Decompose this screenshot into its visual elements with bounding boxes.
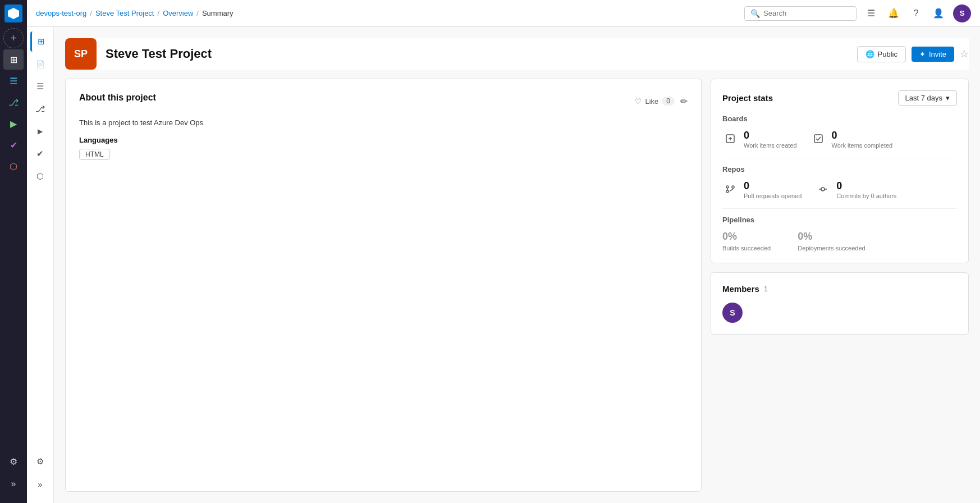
deployments-stat: 0% Deployments succeeded <box>798 231 865 252</box>
project-name: Steve Test Project <box>106 47 212 61</box>
like-count: 0 <box>662 97 675 106</box>
people-icon[interactable]: 👤 <box>931 6 946 21</box>
breadcrumb: devops-test-org / Steve Test Project / O… <box>36 9 740 17</box>
language-tag-html: HTML <box>79 149 110 160</box>
stats-card-title: Project stats <box>722 93 773 103</box>
rail-item-overview[interactable]: ⊞ <box>3 49 24 70</box>
pull-requests-stat: 0 Pull requests opened <box>722 180 802 199</box>
deployments-label: Deployments succeeded <box>798 245 865 252</box>
period-selector[interactable]: Last 7 days ▾ <box>898 90 958 106</box>
invite-button[interactable]: ✦ Invite <box>912 47 954 62</box>
pipelines-section-title: Pipelines <box>722 216 957 224</box>
breadcrumb-summary: Summary <box>202 9 233 17</box>
like-button[interactable]: ♡ Like 0 <box>635 97 675 106</box>
app-logo[interactable] <box>4 4 22 22</box>
work-items-completed-icon <box>810 131 826 147</box>
heart-icon: ♡ <box>635 97 642 106</box>
repos-divider <box>722 208 957 209</box>
project-header: SP Steve Test Project 🌐 Public ✦ Invite … <box>65 38 969 70</box>
stats-panel: Project stats Last 7 days ▾ Boards <box>711 79 969 492</box>
search-icon: 🔍 <box>750 9 760 18</box>
about-actions: ♡ Like 0 ✏ <box>635 96 688 107</box>
work-items-completed-count: 0 <box>832 130 893 141</box>
left-nav-summary[interactable]: ⊞ <box>30 31 51 52</box>
about-title: About this project <box>79 93 156 103</box>
commits-label: Commits by 0 authors <box>836 193 896 199</box>
boards-section-title: Boards <box>722 115 957 123</box>
members-count: 1 <box>764 285 768 293</box>
pull-requests-count: 0 <box>744 180 802 192</box>
left-nav-artifacts[interactable]: ⬡ <box>30 166 51 186</box>
left-nav-wiki[interactable]: 📄 <box>30 54 51 74</box>
breadcrumb-sep-1: / <box>90 9 92 17</box>
work-items-created-icon <box>722 131 738 147</box>
breadcrumb-org[interactable]: devops-test-org <box>36 9 86 17</box>
nav-right: 🔍 ☰ 🔔 ? 👤 S <box>744 4 971 22</box>
header-actions: 🌐 Public ✦ Invite ☆ <box>857 46 969 62</box>
left-nav: ⊞ 📄 ☰ ⎇ ▶ ✔ ⬡ ⚙ » <box>27 27 54 503</box>
members-title: Members <box>722 284 759 294</box>
work-items-completed-stat: 0 Work items completed <box>810 130 893 149</box>
svg-point-6 <box>732 186 734 188</box>
rail-item-artifacts[interactable]: ⬡ <box>3 156 24 176</box>
about-description: This is a project to test Azure Dev Ops <box>79 118 688 127</box>
member-avatar-s[interactable]: S <box>722 303 743 323</box>
rail-item-pipelines[interactable]: ▶ <box>3 113 24 134</box>
globe-icon: 🌐 <box>865 50 874 58</box>
notifications-icon[interactable]: 🔔 <box>886 6 901 21</box>
deployments-pct: 0% <box>798 231 865 243</box>
rail-item-repos[interactable]: ⎇ <box>3 92 24 112</box>
work-items-created-stat: 0 Work items created <box>722 130 797 149</box>
breadcrumb-sep-2: / <box>158 9 160 17</box>
commits-icon <box>815 181 831 197</box>
builds-stat: 0% Builds succeeded <box>722 231 771 252</box>
star-button[interactable]: ☆ <box>960 48 969 60</box>
panels-row: About this project ♡ Like 0 ✏ This is a … <box>65 79 969 492</box>
breadcrumb-project[interactable]: Steve Test Project <box>95 9 154 17</box>
left-nav-repos[interactable]: ⎇ <box>30 99 51 119</box>
about-card: About this project ♡ Like 0 ✏ This is a … <box>65 79 702 492</box>
left-nav-pipelines[interactable]: ▶ <box>30 121 51 141</box>
about-header: About this project ♡ Like 0 ✏ <box>79 93 688 109</box>
rail-item-testplans[interactable]: ✔ <box>3 135 24 155</box>
help-icon[interactable]: ? <box>908 6 924 21</box>
rail-item-boards[interactable]: ☰ <box>3 71 24 91</box>
repos-section-title: Repos <box>722 165 957 173</box>
user-avatar[interactable]: S <box>953 4 971 22</box>
list-view-icon[interactable]: ☰ <box>863 6 879 21</box>
stats-card-header: Project stats Last 7 days ▾ <box>722 90 957 106</box>
svg-point-4 <box>726 186 729 188</box>
work-items-created-count: 0 <box>744 130 797 141</box>
left-nav-boards[interactable]: ☰ <box>30 76 51 97</box>
project-avatar: SP <box>65 38 97 70</box>
chevron-down-icon: ▾ <box>946 94 950 102</box>
work-items-created-label: Work items created <box>744 142 797 149</box>
left-nav-expand[interactable]: » <box>30 474 51 494</box>
content-area: SP Steve Test Project 🌐 Public ✦ Invite … <box>54 27 980 503</box>
languages-label: Languages <box>79 136 688 144</box>
svg-point-5 <box>726 190 729 193</box>
left-nav-testplans[interactable]: ✔ <box>30 144 51 164</box>
members-header: Members 1 <box>722 284 957 294</box>
breadcrumb-sep-3: / <box>196 9 199 17</box>
boards-divider <box>722 158 957 158</box>
work-items-completed-label: Work items completed <box>832 142 893 149</box>
breadcrumb-overview[interactable]: Overview <box>163 9 193 17</box>
settings-icon[interactable]: ⚙ <box>3 451 24 472</box>
add-project-button[interactable]: + <box>3 28 24 48</box>
edit-button[interactable]: ✏ <box>680 96 688 107</box>
search-input[interactable] <box>763 9 850 17</box>
pull-requests-label: Pull requests opened <box>744 193 802 199</box>
project-title-area: SP Steve Test Project <box>65 38 212 70</box>
expand-rail-icon[interactable]: » <box>3 474 24 494</box>
svg-rect-3 <box>814 135 822 143</box>
svg-point-8 <box>821 188 825 191</box>
page-body: ⊞ 📄 ☰ ⎇ ▶ ✔ ⬡ ⚙ » SP Steve Test Project <box>27 27 980 503</box>
commits-stat: 0 Commits by 0 authors <box>815 180 896 199</box>
invite-icon: ✦ <box>919 50 926 58</box>
pipelines-row: 0% Builds succeeded 0% Deployments succe… <box>722 231 957 252</box>
repos-stats-row: 0 Pull requests opened <box>722 180 957 199</box>
visibility-button[interactable]: 🌐 Public <box>857 46 906 62</box>
left-nav-settings[interactable]: ⚙ <box>30 451 51 472</box>
search-box[interactable]: 🔍 <box>744 6 857 21</box>
